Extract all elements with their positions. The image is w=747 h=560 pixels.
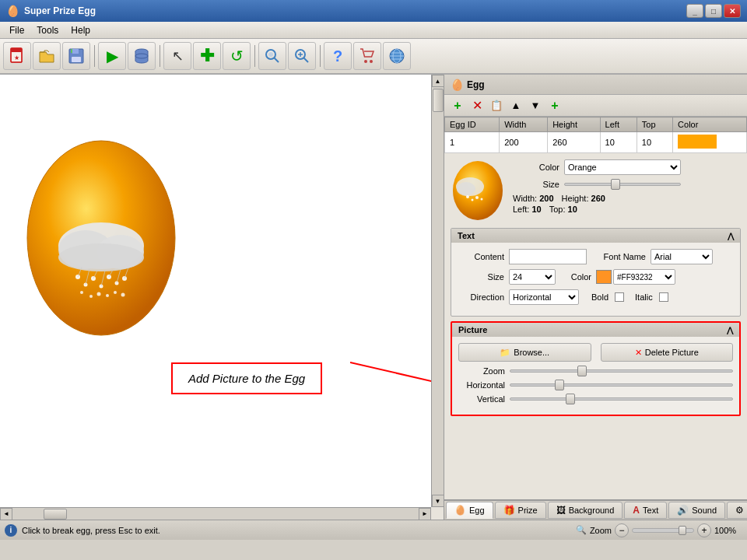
pointer-button[interactable]: ↖ <box>163 42 191 70</box>
tab-sound-label: Sound <box>692 506 717 515</box>
zoom-slider-thumb[interactable] <box>679 526 686 535</box>
svg-rect-6 <box>71 49 72 53</box>
panel-header: 🥚 Egg <box>444 75 747 95</box>
cell-color <box>673 132 747 153</box>
zoom-in-button[interactable] <box>288 42 316 70</box>
scroll-left-button[interactable]: ◄ <box>0 508 12 520</box>
zoom-label: Zoom <box>590 526 612 535</box>
text-section-header[interactable]: Text ⋀ <box>451 229 740 243</box>
direction-select[interactable]: Horizontal Vertical <box>509 289 579 305</box>
col-height[interactable]: Height <box>548 117 600 132</box>
scroll-down-button[interactable]: ▼ <box>432 495 444 507</box>
egg-canvas[interactable]: Add Picture to the Egg <box>0 75 431 507</box>
play-button[interactable]: ▶ <box>98 42 126 70</box>
help-button[interactable]: ? <box>324 42 352 70</box>
svg-point-39 <box>106 294 109 297</box>
copy-egg-button[interactable]: 📋 <box>488 98 505 114</box>
database-button[interactable] <box>128 42 156 70</box>
italic-checkbox[interactable] <box>659 292 668 302</box>
annotation-arrow <box>350 355 431 394</box>
undo-button[interactable]: ↺ <box>223 42 251 70</box>
toolbar: ★ ▶ ↖ ✚ ↺ ? <box>0 39 747 75</box>
size-slider-thumb[interactable] <box>611 179 620 190</box>
panel-title: Egg <box>467 79 485 90</box>
picture-section-header[interactable]: Picture ⋀ <box>452 323 739 337</box>
menu-help[interactable]: Help <box>65 23 96 37</box>
zoom-slider[interactable] <box>632 528 694 533</box>
add-button[interactable]: ✚ <box>193 42 221 70</box>
size-slider-container <box>564 183 741 186</box>
bold-checkbox[interactable] <box>615 292 624 302</box>
font-name-select[interactable]: Arial Times New Roman Verdana <box>651 249 713 264</box>
properties-panel: Color Orange Yellow Red Blue Size <box>444 153 747 499</box>
col-color[interactable]: Color <box>673 117 747 132</box>
svg-point-37 <box>89 295 93 298</box>
zoom-label: Zoom <box>458 366 505 376</box>
canvas-scrollbar-horizontal[interactable]: ◄ ► <box>0 507 431 520</box>
text-color-select[interactable]: #FF93232 <box>613 269 675 285</box>
zoom-slider-track[interactable] <box>510 369 733 373</box>
text-size-select[interactable]: 24 12 18 36 <box>509 269 556 285</box>
col-egg-id[interactable]: Egg ID <box>445 117 500 132</box>
search-button[interactable] <box>258 42 286 70</box>
horizontal-slider-track[interactable] <box>510 383 733 387</box>
delete-picture-button[interactable]: ✕ Delete Picture <box>601 343 734 362</box>
tab-prize[interactable]: 🎁 Prize <box>495 502 546 519</box>
tab-egg-label: Egg <box>469 506 485 515</box>
scroll-thumb-h[interactable] <box>44 509 67 520</box>
status-message: Click to break egg, press Esc to exit. <box>22 526 160 535</box>
tab-other[interactable]: ⚙ Other <box>727 502 747 519</box>
zoom-in-status-button[interactable]: + <box>697 523 711 537</box>
color-swatch <box>678 135 717 149</box>
menu-file[interactable]: File <box>3 23 30 37</box>
table-row[interactable]: 1 200 260 10 10 <box>445 132 747 153</box>
save-button[interactable] <box>62 42 90 70</box>
horizontal-slider-thumb[interactable] <box>555 380 564 390</box>
main-area: Add Picture to the Egg ▲ ▼ ◄ <box>0 75 747 520</box>
svg-point-11 <box>268 52 273 57</box>
col-width[interactable]: Width <box>500 117 548 132</box>
add-egg-button[interactable]: + <box>449 98 466 114</box>
zoom-slider-thumb[interactable] <box>577 366 587 376</box>
scroll-right-button[interactable]: ► <box>419 508 431 520</box>
menu-tools[interactable]: Tools <box>30 23 65 37</box>
scroll-track-h[interactable] <box>12 508 419 520</box>
minimize-button[interactable]: _ <box>686 4 703 18</box>
open-button[interactable] <box>33 42 61 70</box>
scroll-thumb-v[interactable] <box>433 89 444 112</box>
globe-button[interactable] <box>383 42 411 70</box>
size-slider-track[interactable] <box>564 183 681 186</box>
browse-button[interactable]: 📁 Browse... <box>458 343 591 362</box>
tab-bg-icon: 🖼 <box>556 505 566 516</box>
col-left[interactable]: Left <box>600 117 637 132</box>
titlebar: 🥚 Super Prize Egg _ □ ✕ <box>0 0 747 22</box>
svg-rect-1 <box>11 48 22 52</box>
tab-prize-label: Prize <box>518 506 538 515</box>
new-button[interactable]: ★ <box>3 42 31 70</box>
svg-point-38 <box>97 292 101 296</box>
scroll-up-button[interactable]: ▲ <box>432 75 444 87</box>
tab-background[interactable]: 🖼 Background <box>548 502 623 519</box>
tab-text[interactable]: A Text <box>624 502 667 519</box>
move-down-button[interactable]: ▼ <box>527 98 544 114</box>
col-top[interactable]: Top <box>637 117 672 132</box>
scroll-track-v[interactable] <box>432 87 444 495</box>
cart-button[interactable] <box>353 42 381 70</box>
content-input[interactable] <box>509 249 587 264</box>
add-item-button[interactable]: + <box>546 98 563 114</box>
svg-line-10 <box>274 58 279 62</box>
canvas-scrollbar-vertical[interactable]: ▲ ▼ <box>431 75 444 507</box>
tab-egg[interactable]: 🥚 Egg <box>446 502 493 519</box>
zoom-out-button[interactable]: − <box>615 523 629 537</box>
color-select[interactable]: Orange Yellow Red Blue <box>564 159 681 175</box>
tab-sound[interactable]: 🔊 Sound <box>668 502 725 519</box>
vertical-slider-thumb[interactable] <box>566 394 575 404</box>
vertical-slider-track[interactable] <box>510 397 733 401</box>
toolbar-sep-4 <box>317 42 322 70</box>
bottom-tabs: 🥚 Egg 🎁 Prize 🖼 Background A Text 🔊 Soun… <box>444 499 747 520</box>
maximize-button[interactable]: □ <box>705 4 722 18</box>
delete-egg-button[interactable]: ✕ <box>468 98 486 114</box>
close-button[interactable]: ✕ <box>724 4 741 18</box>
text-color-swatch[interactable] <box>596 270 612 284</box>
move-up-button[interactable]: ▲ <box>507 98 524 114</box>
